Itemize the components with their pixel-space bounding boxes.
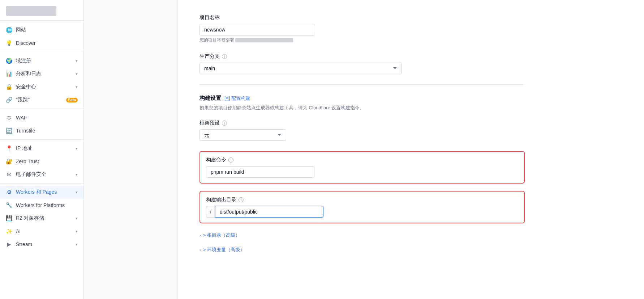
sidebar-item-label: 域注册: [16, 58, 72, 64]
chevron-down-icon: ▾: [76, 190, 78, 195]
website-icon: 🌐: [6, 27, 12, 33]
divider-3: [0, 139, 83, 140]
email-icon: ✉: [6, 171, 12, 178]
chevron-right-icon: ›: [199, 248, 201, 252]
sidebar-item-label: Stream: [16, 241, 72, 247]
framework-preset-group: 框架预设 i 元 Next.js React Vue: [199, 120, 525, 141]
domain-icon: 🌍: [6, 58, 12, 64]
chevron-down-icon: ▾: [76, 72, 78, 76]
sidebar-item-label: 网站: [16, 27, 78, 33]
sidebar-item-label: R2 对象存储: [16, 215, 72, 222]
divider-4: [0, 183, 83, 184]
env-var-collapsible[interactable]: › > 环境变量（高级）: [199, 245, 525, 254]
subdomain-hint: 您的项目将被部署: [199, 37, 525, 43]
config-build-link[interactable]: ⧉ 配置构建: [225, 95, 250, 102]
sidebar-item-zero-trust[interactable]: 🔐 Zero Trust: [0, 155, 83, 168]
sidebar-item-label: "跟踪": [16, 97, 63, 103]
production-branch-select[interactable]: main master develop: [199, 63, 402, 74]
discover-icon: 💡: [6, 40, 12, 46]
sidebar-item-workers-pages[interactable]: ⚙ Workers 和 Pages ▾: [0, 186, 83, 199]
subdomain-blurred: [235, 38, 293, 42]
right-panel: 项目名称 您的项目将被部署 生产分支 i main master develop: [178, 0, 644, 299]
form-section: 项目名称 您的项目将被部署 生产分支 i main master develop: [199, 14, 525, 254]
chevron-down-icon: ▾: [76, 242, 78, 247]
chevron-down-icon: ▾: [76, 216, 78, 221]
sidebar-item-website[interactable]: 🌐 网站: [0, 24, 83, 37]
framework-select[interactable]: 元 Next.js React Vue: [199, 129, 286, 141]
sidebar-item-r2[interactable]: 💾 R2 对象存储 ▾: [0, 212, 83, 225]
config-build-icon: ⧉: [225, 96, 230, 101]
sidebar-item-email-sec[interactable]: ✉ 电子邮件安全 ▾: [0, 168, 83, 181]
root-dir-collapsible[interactable]: › > 根目录（高级）: [199, 231, 525, 240]
build-command-label: 构建命令 i: [206, 157, 518, 163]
sidebar-item-security[interactable]: 🔒 安全中心 ▾: [0, 80, 83, 93]
chevron-down-icon: ▾: [76, 59, 78, 63]
build-settings-header: 构建设置 ⧉ 配置构建: [199, 95, 525, 102]
workers-platforms-icon: 🔧: [6, 202, 12, 209]
build-command-input[interactable]: [206, 166, 314, 178]
build-output-box: 构建输出目录 i /: [199, 191, 525, 223]
build-output-wrapper: /: [206, 206, 518, 218]
build-output-info-icon: i: [239, 197, 244, 202]
production-branch-info-icon: i: [222, 54, 227, 59]
chevron-right-icon: ›: [199, 233, 201, 237]
security-icon: 🔒: [6, 84, 12, 90]
path-prefix: /: [206, 206, 215, 218]
workers-pages-icon: ⚙: [6, 189, 12, 195]
stream-icon: ▶: [6, 241, 12, 248]
zero-trust-icon: 🔐: [6, 158, 12, 165]
sidebar-item-domain-reg[interactable]: 🌍 域注册 ▾: [0, 54, 83, 67]
turnstile-icon: 🔄: [6, 127, 12, 134]
framework-info-icon: i: [222, 121, 227, 126]
build-output-label: 构建输出目录 i: [206, 197, 518, 203]
production-branch-group: 生产分支 i main master develop: [199, 53, 525, 74]
sidebar-item-turnstile[interactable]: 🔄 Turnstile: [0, 124, 83, 137]
chevron-down-icon: ▾: [76, 229, 78, 234]
r2-icon: 💾: [6, 215, 12, 222]
build-settings-desc: 如果您的项目使用静态站点生成器或构建工具，请为 Cloudflare 设置构建指…: [199, 105, 525, 111]
chevron-down-icon: ▾: [76, 146, 78, 151]
analytics-icon: 📊: [6, 71, 12, 77]
sidebar-item-label: Turnstile: [16, 128, 78, 134]
sidebar-item-trace[interactable]: 🔗 "跟踪" Beta: [0, 93, 83, 106]
sidebar-item-label: 分析和日志: [16, 71, 72, 77]
project-name-group: 项目名称 您的项目将被部署: [199, 14, 525, 43]
sidebar-item-label: WAF: [16, 115, 78, 121]
sidebar-logo: [0, 0, 83, 21]
ai-icon: ✨: [6, 228, 12, 235]
build-settings-title: 构建设置: [199, 95, 221, 102]
sidebar-item-workers-platforms[interactable]: 🔧 Workers for Platforms: [0, 199, 83, 212]
chevron-down-icon: ▾: [76, 85, 78, 89]
sidebar-item-label: IP 地址: [16, 145, 72, 152]
beta-badge: Beta: [66, 98, 78, 102]
sidebar-item-label: Zero Trust: [16, 159, 78, 164]
section-divider-1: [199, 84, 525, 85]
sidebar-item-label: Discover: [16, 40, 78, 46]
sidebar: 🌐 网站 💡 Discover 🌍 域注册 ▾ 📊 分析和日志 ▾ 🔒 安全中心…: [0, 0, 84, 299]
left-panel: [84, 0, 178, 299]
sidebar-item-label: 电子邮件安全: [16, 171, 72, 178]
sidebar-item-ai[interactable]: ✨ AI ▾: [0, 225, 83, 238]
divider-1: [0, 52, 83, 52]
sidebar-item-label: AI: [16, 228, 72, 234]
main-content: 项目名称 您的项目将被部署 生产分支 i main master develop: [84, 0, 644, 299]
sidebar-item-label: 安全中心: [16, 84, 72, 90]
project-name-input[interactable]: [199, 24, 315, 35]
sidebar-item-label: Workers 和 Pages: [16, 189, 72, 195]
divider-2: [0, 109, 83, 109]
waf-icon: 🛡: [6, 114, 12, 121]
sidebar-item-discover[interactable]: 💡 Discover: [0, 37, 83, 50]
sidebar-item-ip[interactable]: 📍 IP 地址 ▾: [0, 142, 83, 155]
sidebar-item-stream[interactable]: ▶ Stream ▾: [0, 238, 83, 251]
sidebar-item-analytics[interactable]: 📊 分析和日志 ▾: [0, 67, 83, 80]
build-command-box: 构建命令 i: [199, 151, 525, 184]
chevron-down-icon: ▾: [76, 172, 78, 177]
ip-icon: 📍: [6, 145, 12, 152]
logo-image: [6, 6, 56, 16]
sidebar-item-label: Workers for Platforms: [16, 202, 78, 208]
sidebar-item-waf[interactable]: 🛡 WAF: [0, 111, 83, 124]
framework-label: 框架预设 i: [199, 120, 525, 126]
project-name-label: 项目名称: [199, 14, 525, 21]
build-output-input[interactable]: [215, 206, 323, 218]
production-branch-label: 生产分支 i: [199, 53, 525, 60]
